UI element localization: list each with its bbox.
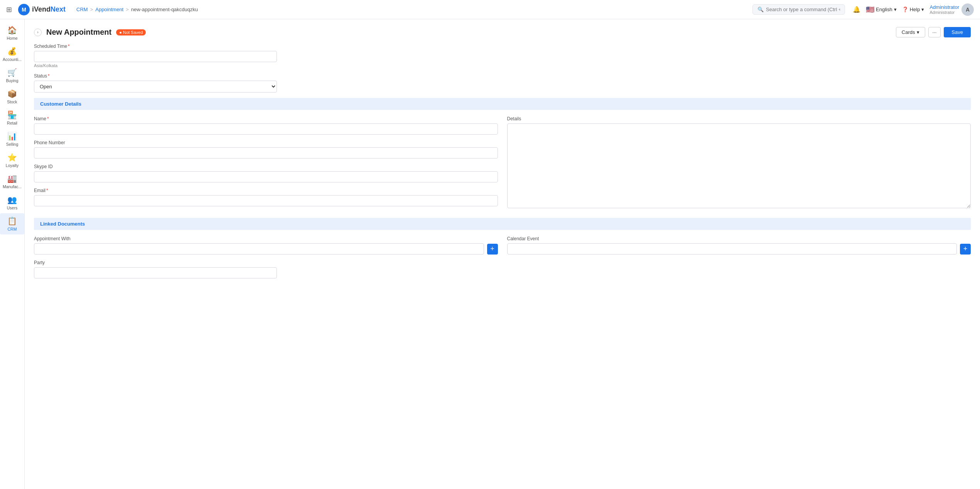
calendar-event-label: Calendar Event	[507, 236, 971, 241]
appointment-with-label: Appointment With	[34, 236, 498, 241]
help-icon: ❓	[902, 7, 908, 12]
breadcrumb: CRM > Appointment > new-appointment-qakc…	[76, 7, 748, 12]
email-field: Email*	[34, 188, 498, 206]
email-row: Email*	[34, 188, 498, 206]
customer-details-title: Customer Details	[40, 101, 81, 107]
users-icon: 👥	[7, 195, 17, 204]
sidebar-item-users[interactable]: 👥 Users	[0, 192, 24, 213]
notification-icon[interactable]: 🔔	[853, 6, 860, 13]
language-selector[interactable]: 🇺🇸 English ▾	[866, 5, 897, 14]
flag-icon: 🇺🇸	[866, 5, 874, 14]
sidebar-label-loyalty: Loyalty	[6, 163, 19, 168]
scheduled-time-row: Scheduled Time* Asia/Kolkata	[34, 44, 277, 68]
header-actions: Cards ▾ ··· Save	[896, 27, 971, 37]
breadcrumb-current: new-appointment-qakcduqzku	[131, 7, 198, 12]
status-select[interactable]: Open Closed Cancelled	[34, 81, 277, 93]
sidebar-label-stock: Stock	[7, 99, 17, 104]
search-input[interactable]	[766, 7, 840, 12]
grid-icon[interactable]: ⊞	[6, 5, 12, 14]
retail-icon: 🏪	[7, 110, 17, 120]
breadcrumb-appointment[interactable]: Appointment	[95, 7, 123, 12]
sidebar-label-crm: CRM	[8, 227, 17, 231]
calendar-event-add-button[interactable]: +	[960, 244, 971, 255]
sidebar-item-manufacturing[interactable]: 🏭 Manufac...	[0, 171, 24, 192]
customer-details-section: Customer Details Name*	[34, 98, 971, 218]
more-button[interactable]: ···	[928, 27, 941, 37]
name-label: Name*	[34, 116, 498, 121]
party-input[interactable]	[34, 267, 277, 278]
help-chevron-icon: ▾	[921, 7, 924, 12]
customer-right-col: Details	[507, 116, 971, 212]
name-field: Name*	[34, 116, 498, 135]
party-label: Party	[34, 260, 277, 265]
calendar-event-row: +	[507, 243, 971, 255]
appointment-with-add-button[interactable]: +	[487, 244, 498, 255]
linked-documents-header: Linked Documents	[34, 218, 971, 230]
sidebar: 🏠 Home 💰 Accounti... 🛒 Buying 📦 Stock 🏪 …	[0, 19, 25, 489]
email-input[interactable]	[34, 195, 498, 206]
skype-row: Skype ID	[34, 164, 498, 182]
email-label: Email*	[34, 188, 498, 193]
phone-input[interactable]	[34, 147, 498, 159]
lang-chevron-icon: ▾	[894, 7, 897, 12]
sidebar-item-loyalty[interactable]: ⭐ Loyalty	[0, 150, 24, 171]
avatar: A	[961, 3, 974, 16]
page-title: New Appointment	[46, 28, 111, 37]
breadcrumb-crm[interactable]: CRM	[76, 7, 88, 12]
scheduled-time-input[interactable]	[34, 51, 277, 62]
cards-label: Cards	[902, 29, 915, 35]
search-bar[interactable]: 🔍	[752, 4, 845, 15]
scheduled-time-label: Scheduled Time*	[34, 44, 277, 49]
sidebar-item-stock[interactable]: 📦 Stock	[0, 86, 24, 107]
status-label: Status*	[34, 73, 277, 79]
sidebar-label-selling: Selling	[6, 142, 19, 147]
sidebar-item-retail[interactable]: 🏪 Retail	[0, 107, 24, 128]
user-info: Administrator Administrator	[929, 4, 959, 15]
status-badge: ● Not Saved	[116, 29, 146, 35]
status-field: Status* Open Closed Cancelled	[34, 73, 277, 93]
linked-documents-section: Linked Documents Appointment With + Cale…	[34, 218, 971, 285]
customer-left-col: Name* Phone Number Skype ID	[34, 116, 498, 212]
stock-icon: 📦	[7, 89, 17, 98]
sidebar-label-users: Users	[7, 206, 17, 210]
appointment-with-field: Appointment With +	[34, 236, 498, 255]
customer-details-content: Name* Phone Number Skype ID	[34, 110, 971, 218]
skype-input[interactable]	[34, 171, 498, 182]
sidebar-item-selling[interactable]: 📊 Selling	[0, 128, 24, 150]
name-input[interactable]	[34, 123, 498, 135]
nav-icons: 🔔 🇺🇸 English ▾ ❓ Help ▾ Administrator Ad…	[853, 3, 974, 16]
phone-row: Phone Number	[34, 140, 498, 159]
selling-icon: 📊	[7, 132, 17, 141]
customer-details-grid: Name* Phone Number Skype ID	[34, 116, 971, 212]
sidebar-item-home[interactable]: 🏠 Home	[0, 22, 24, 44]
timezone-hint: Asia/Kolkata	[34, 63, 277, 68]
sidebar-item-buying[interactable]: 🛒 Buying	[0, 65, 24, 86]
sidebar-item-accounting[interactable]: 💰 Accounti...	[0, 44, 24, 65]
top-nav: ⊞ M iVendNext CRM > Appointment > new-ap…	[0, 0, 980, 19]
sidebar-label-buying: Buying	[6, 78, 18, 83]
scheduled-time-field: Scheduled Time* Asia/Kolkata	[34, 44, 277, 68]
linked-documents-content: Appointment With + Calendar Event + Pa	[34, 230, 971, 285]
main-content: › New Appointment ● Not Saved Cards ▾ ··…	[25, 19, 980, 489]
save-button[interactable]: Save	[944, 27, 971, 37]
cards-button[interactable]: Cards ▾	[896, 27, 925, 37]
appointment-with-input[interactable]	[34, 243, 484, 255]
sidebar-item-crm[interactable]: 📋 CRM	[0, 213, 24, 234]
user-name: Administrator	[929, 4, 959, 10]
customer-details-header: Customer Details	[34, 98, 971, 110]
name-row: Name*	[34, 116, 498, 135]
sidebar-label-accounting: Accounti...	[3, 57, 22, 62]
details-textarea[interactable]	[507, 123, 971, 208]
user-menu[interactable]: Administrator Administrator A	[929, 3, 974, 16]
status-row: Status* Open Closed Cancelled	[34, 73, 277, 93]
phone-label: Phone Number	[34, 140, 498, 145]
user-role: Administrator	[929, 10, 959, 15]
help-menu[interactable]: ❓ Help ▾	[902, 7, 924, 12]
logo[interactable]: M iVendNext	[18, 4, 66, 15]
calendar-event-input[interactable]	[507, 243, 957, 255]
collapse-button[interactable]: ›	[34, 29, 42, 36]
buying-icon: 🛒	[7, 68, 17, 77]
sidebar-label-home: Home	[7, 36, 17, 40]
appointment-with-row: +	[34, 243, 498, 255]
cards-chevron-icon: ▾	[917, 29, 919, 35]
